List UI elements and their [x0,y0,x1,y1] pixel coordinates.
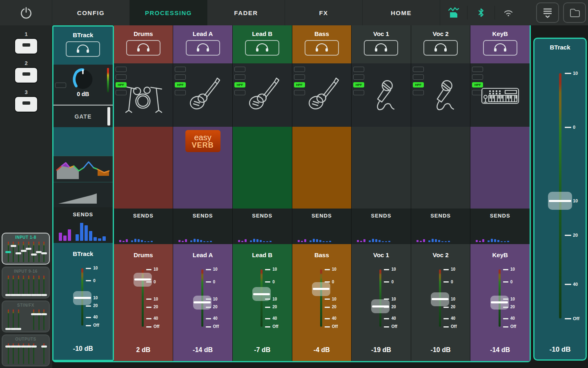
fader-handle[interactable] [431,292,449,306]
menu-button[interactable] [536,2,559,23]
files-button[interactable] [563,2,586,23]
channel-name: Bass [292,251,352,258]
sends-section[interactable]: SENDS [53,207,113,243]
tab-home[interactable]: HOME [363,0,440,25]
headphone-solo-button[interactable] [245,40,279,56]
send-bar [207,241,209,242]
channel-icon-area[interactable]: HPF [470,63,530,127]
tab-fx[interactable]: FX [285,0,363,25]
fader-handle[interactable] [312,282,330,296]
gain-knob[interactable] [71,67,95,92]
channel-header[interactable]: Bass [292,25,352,63]
channel-fx-block[interactable] [352,127,411,209]
headphone-solo-button[interactable] [364,40,398,56]
headphone-solo-button[interactable] [483,40,517,56]
fader-handle[interactable] [548,192,572,210]
channel-name: Voc 1 [373,30,389,37]
channel-icon-area[interactable]: HPF [352,63,411,127]
tab-processing[interactable]: PROCESSING [130,0,207,25]
gain-knob-section[interactable]: 0 dB [53,65,113,105]
view-outputs[interactable]: OUTPUTS [2,334,50,366]
channel-fx-block[interactable] [411,127,470,209]
view-input-9-16[interactable]: INPUT 9-16 [2,267,50,298]
fader-tick [265,269,270,270]
eq-thumbnail[interactable] [53,156,113,182]
bank-button-1[interactable]: 1 [0,31,52,54]
tab-config[interactable]: CONFIG [52,0,130,25]
channel-strip-voc-2: Voc 2HPFSENDSVoc 2100102040Off-10 dB [411,25,471,361]
headphone-solo-button[interactable] [66,41,100,57]
channel-fx-block[interactable] [114,127,173,209]
fader-tick-label: 40 [332,316,336,321]
fader-track[interactable] [379,269,381,327]
mini-fader-track [13,310,14,330]
channel-strip-lead-b: Lead BHPFSENDSLead B100102040Off-7 dB [233,25,292,361]
channel-header[interactable]: Voc 2 [411,25,470,63]
mini-fader [6,241,11,262]
fader-handle[interactable] [371,299,390,313]
sends-section[interactable]: SENDS [292,209,352,244]
bank-button-3[interactable]: 3 [0,89,52,112]
channel-icon-area[interactable]: HPF [233,63,292,127]
channel-name: KeyB [470,251,530,258]
indicator-badge [234,74,245,80]
headphone-solo-button[interactable] [186,40,220,56]
channel-fx-block[interactable] [233,127,292,209]
bluetooth-icon[interactable] [468,7,494,18]
sends-section[interactable]: SENDS [114,209,173,244]
power-button[interactable] [0,0,52,25]
wifi-icon[interactable] [495,8,522,18]
channel-fx-block[interactable] [470,127,530,209]
sends-section[interactable]: SENDS [233,209,292,244]
mini-faders [6,241,47,262]
fader-track[interactable] [320,269,322,327]
fader-handle[interactable] [490,296,509,310]
bank-button-2[interactable]: 2 [0,60,52,83]
channel-header[interactable]: Lead B [233,25,292,63]
mini-fader [31,343,37,364]
send-bar [102,236,106,241]
view-input-1-8[interactable]: INPUT 1-8 [2,233,50,265]
channel-icon-area[interactable]: HPF [114,63,173,127]
headphone-solo-button[interactable] [305,40,339,56]
fader-handle[interactable] [193,296,212,310]
tab-label: CONFIG [77,9,105,16]
gate-section[interactable]: GATE [53,105,113,127]
channel-icon-area[interactable]: HPF [173,63,232,127]
channel-fx-block[interactable]: easyVERB [173,127,232,209]
easyverb-fx-badge[interactable]: easyVERB [185,130,220,152]
mini-fader [26,309,31,330]
channel-fader-zone: Drums100102040Off2 dB [114,244,173,361]
bank-number: 1 [24,31,27,37]
tab-fader[interactable]: FADER [207,0,285,25]
sends-section[interactable]: SENDS [470,209,530,244]
mini-fader-track [33,242,34,262]
channel-strip-lead-a: Lead AHPFeasyVERBSENDSLead A100102040Off… [173,25,233,361]
channel-icon-area[interactable]: HPF [411,63,470,127]
indicator-badge [472,74,483,80]
sends-level-bars [298,239,331,242]
sends-section[interactable]: SENDS [411,209,470,244]
fader-handle[interactable] [134,273,152,287]
send-bar [441,241,443,242]
view-stin-fx[interactable]: STIN/FX [2,301,50,332]
channel-fx-block[interactable] [292,127,352,209]
headphone-solo-button[interactable] [423,40,458,56]
channel-icon-area[interactable]: HPF [292,63,352,127]
sends-section[interactable]: SENDS [173,209,232,244]
channel-header[interactable]: Drums [114,25,173,63]
hpf-badge: HPF [234,82,245,88]
channel-header[interactable]: Lead A [173,25,232,63]
fader-tick-label: 0 [154,280,156,284]
headphone-solo-button[interactable] [126,40,160,56]
fader-handle[interactable] [252,287,271,301]
channel-header[interactable]: Voc 1 [352,25,411,63]
compressor-thumbnail[interactable] [53,182,113,207]
fader-handle[interactable] [73,291,91,305]
recorder-media-icon[interactable] [440,6,467,19]
mini-fader-handle [21,250,27,252]
sends-section[interactable]: SENDS [352,209,411,244]
channel-header[interactable]: BTrack [53,27,113,65]
channel-header[interactable]: KeyB [470,25,530,63]
fader-tick [146,269,151,270]
